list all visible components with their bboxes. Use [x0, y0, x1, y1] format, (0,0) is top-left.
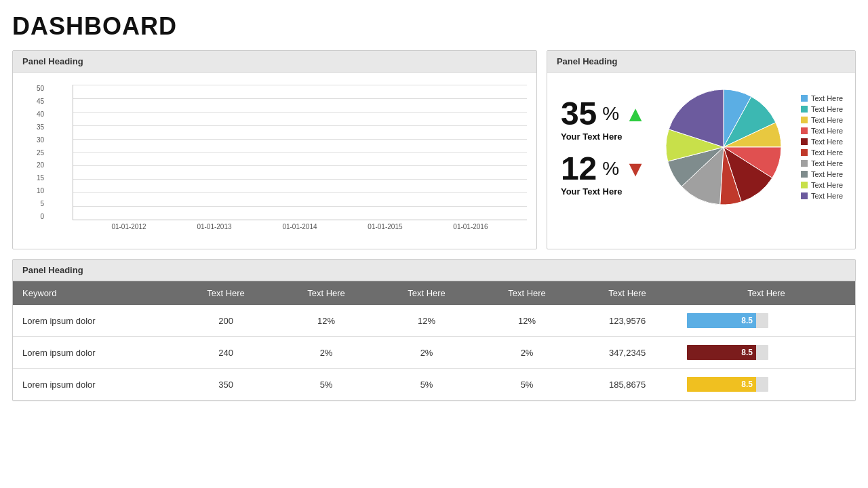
progress-bar-2: 8.5 — [687, 377, 768, 392]
legend-label-7: Text Here — [811, 170, 843, 178]
stat-label-0: Your Text Here — [561, 131, 646, 142]
arrow-down-1: ▼ — [625, 158, 646, 180]
legend-item-4: Text Here — [801, 138, 843, 146]
stat-pct-0: % — [602, 104, 619, 123]
y-label-0: 0 — [22, 213, 47, 220]
table-row: Lorem ipsum dolor3505%5%5%185,8675 8.5 — [13, 369, 855, 401]
pie-chart-heading: Panel Heading — [547, 51, 855, 73]
table-heading: Panel Heading — [13, 260, 855, 281]
table-header-1: Text Here — [176, 281, 276, 305]
cell-0-1: 200 — [176, 305, 276, 337]
data-table: KeywordText HereText HereText HereText H… — [13, 281, 855, 401]
bar-chart-heading: Panel Heading — [13, 51, 536, 73]
stat-block-1: 12%▼ Your Text Here — [561, 152, 646, 197]
legend-color-1 — [801, 106, 808, 113]
cell-0-4: 12% — [477, 305, 577, 337]
legend-label-6: Text Here — [811, 159, 843, 167]
pie-panel-body: 35%▲ Your Text Here 12%▼ Your Text Here … — [547, 73, 855, 222]
cell-0-2: 12% — [276, 305, 376, 337]
stat-number-1: 12%▼ — [561, 152, 646, 185]
table-panel: Panel Heading KeywordText HereText HereT… — [12, 259, 856, 401]
legend-color-5 — [801, 149, 808, 156]
legend-item-0: Text Here — [801, 94, 843, 102]
cell-1-3: 2% — [376, 337, 477, 369]
legend-item-8: Text Here — [801, 181, 843, 189]
bar-chart: 0 5 10 15 20 25 30 35 40 45 50 — [22, 79, 527, 242]
legend-label-5: Text Here — [811, 148, 843, 157]
cell-1-5: 347,2345 — [577, 337, 677, 369]
progress-fill-2: 8.5 — [687, 377, 756, 392]
table-row: Lorem ipsum dolor20012%12%12%123,9576 8.… — [13, 305, 855, 337]
table-header-4: Text Here — [477, 281, 577, 305]
x-label-3: 01-01-2015 — [368, 223, 402, 230]
pie-chart — [663, 86, 785, 208]
bar-chart-panel: Panel Heading 0 5 10 15 20 25 30 35 40 4… — [12, 50, 537, 249]
legend-label-0: Text Here — [811, 94, 843, 102]
y-label-10: 10 — [22, 187, 47, 195]
stat-value-1: 12 — [561, 152, 597, 185]
stat-pct-1: % — [602, 159, 619, 178]
progress-fill-0: 8.5 — [687, 313, 756, 328]
legend-color-7 — [801, 171, 808, 178]
y-label-45: 45 — [22, 98, 47, 105]
legend-label-3: Text Here — [811, 127, 843, 135]
legend-color-3 — [801, 127, 808, 134]
x-label-4: 01-01-2016 — [453, 223, 488, 230]
y-label-40: 40 — [22, 110, 47, 118]
cell-0-3: 12% — [376, 305, 477, 337]
pie-legend: Text HereText HereText HereText HereText… — [801, 94, 848, 200]
table-header-6: Text Here — [677, 281, 855, 305]
legend-color-8 — [801, 182, 808, 188]
table-header-3: Text Here — [376, 281, 477, 305]
legend-color-9 — [801, 192, 808, 199]
cell-2-2: 5% — [276, 369, 376, 401]
legend-item-9: Text Here — [801, 192, 843, 200]
cell-0-0: Lorem ipsum dolor — [13, 305, 176, 337]
legend-color-0 — [801, 95, 808, 102]
stat-label-1: Your Text Here — [561, 186, 646, 197]
table-header-2: Text Here — [276, 281, 376, 305]
legend-label-2: Text Here — [811, 116, 843, 124]
legend-label-9: Text Here — [811, 192, 843, 200]
legend-item-3: Text Here — [801, 127, 843, 135]
legend-label-4: Text Here — [811, 138, 843, 146]
page-title: DASHBOARD — [12, 12, 856, 41]
legend-item-2: Text Here — [801, 116, 843, 124]
cell-1-1: 240 — [176, 337, 276, 369]
y-label-35: 35 — [22, 123, 47, 131]
stat-number-0: 35%▲ — [561, 98, 646, 130]
table-body: KeywordText HereText HereText HereText H… — [13, 281, 855, 401]
legend-item-1: Text Here — [801, 105, 843, 113]
arrow-up-0: ▲ — [625, 103, 646, 125]
y-label-5: 5 — [22, 200, 47, 207]
chart-area — [73, 85, 527, 220]
legend-item-6: Text Here — [801, 159, 843, 167]
cell-progress-1: 8.5 — [677, 337, 855, 369]
legend-color-2 — [801, 117, 808, 123]
x-label-2: 01-01-2014 — [282, 223, 317, 230]
pie-stats: 35%▲ Your Text Here 12%▼ Your Text Here — [554, 98, 646, 197]
cell-2-0: Lorem ipsum dolor — [13, 369, 176, 401]
cell-2-4: 5% — [477, 369, 577, 401]
cell-progress-0: 8.5 — [677, 305, 855, 337]
legend-item-5: Text Here — [801, 148, 843, 157]
y-label-30: 30 — [22, 136, 47, 144]
legend-color-6 — [801, 160, 808, 167]
cell-2-3: 5% — [376, 369, 477, 401]
cell-1-0: Lorem ipsum dolor — [13, 337, 176, 369]
legend-label-1: Text Here — [811, 105, 843, 113]
y-label-50: 50 — [22, 85, 47, 92]
cell-2-1: 350 — [176, 369, 276, 401]
cell-progress-2: 8.5 — [677, 369, 855, 401]
stat-block-0: 35%▲ Your Text Here — [561, 98, 646, 142]
legend-item-7: Text Here — [801, 170, 843, 178]
table-header-5: Text Here — [577, 281, 677, 305]
x-label-1: 01-01-2013 — [197, 223, 231, 230]
progress-bar-1: 8.5 — [687, 345, 768, 360]
cell-1-4: 2% — [477, 337, 577, 369]
y-label-25: 25 — [22, 149, 47, 157]
cell-2-5: 185,8675 — [577, 369, 677, 401]
legend-label-8: Text Here — [811, 181, 843, 189]
pie-chart-panel: Panel Heading 35%▲ Your Text Here 12%▼ Y… — [547, 50, 856, 249]
y-label-15: 15 — [22, 174, 47, 182]
